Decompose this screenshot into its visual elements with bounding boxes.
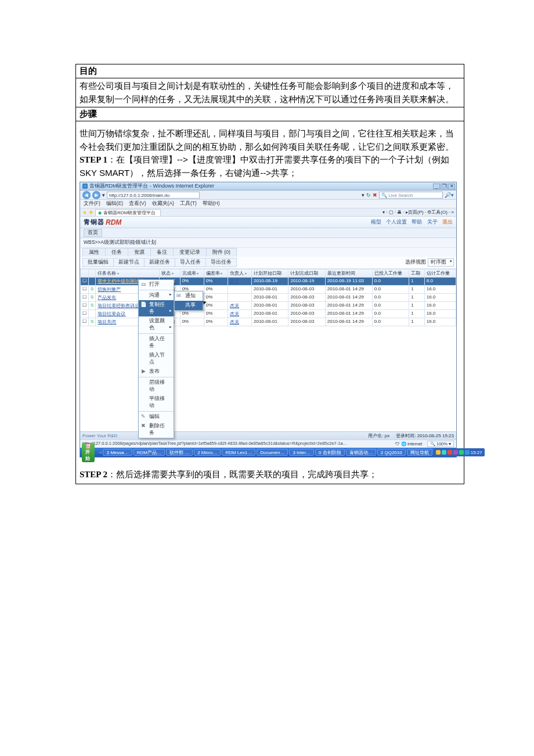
grid-header-cell[interactable]: 计划开始日期: [252, 269, 288, 278]
start-button[interactable]: 🪟 开始: [82, 443, 95, 462]
link-model[interactable]: 模型: [371, 219, 381, 225]
grid-cell[interactable]: [228, 286, 251, 294]
grid-cell[interactable]: 杰克: [228, 318, 251, 326]
inner-tab[interactable]: 备注: [150, 248, 174, 257]
grid-cell[interactable]: ☐: [81, 302, 89, 310]
grid-cell[interactable]: 杰克: [228, 302, 251, 310]
ie-menu-item[interactable]: 工具(T): [180, 200, 197, 207]
grid-header-cell[interactable]: 状态: [159, 269, 180, 278]
taskbar-item[interactable]: 网址导航: [407, 449, 432, 456]
grid-header-cell[interactable]: 已投入工作量: [372, 269, 409, 278]
crumb-home[interactable]: 首页: [84, 229, 102, 237]
grid-cell[interactable]: [89, 278, 96, 286]
taskbar-item[interactable]: 青铜器动…: [346, 449, 376, 456]
context-submenu[interactable]: ✉通知共享: [174, 291, 203, 311]
context-menu-item[interactable]: 平级移动: [139, 394, 174, 411]
taskbar-item[interactable]: 2 QQ2010: [377, 449, 406, 456]
context-submenu-item[interactable]: 共享: [175, 301, 203, 310]
grid-cell[interactable]: ☐: [81, 294, 89, 302]
table-row[interactable]: ☐项目结束会议未发布0%0%杰克2010-08-012010-08-032010…: [81, 310, 456, 318]
back-button[interactable]: ◄: [82, 191, 91, 199]
stop-icon[interactable]: ✖: [373, 192, 377, 198]
context-menu-item[interactable]: ✎编辑: [139, 412, 174, 422]
inner-tab[interactable]: 任务: [105, 248, 128, 257]
grid-cell[interactable]: ☐: [81, 318, 89, 326]
context-menu-item[interactable]: 层级移动: [139, 378, 174, 394]
tray-icon[interactable]: [459, 450, 464, 455]
taskbar-item[interactable]: 3 Inter…: [289, 449, 314, 456]
context-menu-item[interactable]: 插入任务: [139, 334, 174, 351]
favorites-star-icon[interactable]: ★: [82, 210, 87, 215]
link-personal[interactable]: 个人设置: [386, 219, 407, 225]
grid-cell[interactable]: S: [89, 294, 96, 302]
tray-icon[interactable]: [453, 450, 458, 455]
ie-menu-item[interactable]: 帮助(H): [203, 200, 220, 207]
table-row[interactable]: ☐S切换到量产未发布0%0%2010-08-012010-08-032010-0…: [81, 286, 456, 294]
link-logout[interactable]: 退出: [442, 219, 453, 225]
grid-header-cell[interactable]: [81, 269, 89, 278]
zoom-level[interactable]: 🔍 100% ▾: [427, 441, 454, 447]
browser-tab[interactable]: ◆ 青铜器RDM研发管理平台: [95, 209, 161, 216]
context-menu-item[interactable]: ▶发布: [139, 367, 174, 376]
toolbar-button[interactable]: 新建任务: [144, 258, 175, 267]
view-dropdown[interactable]: 时序图: [428, 258, 454, 267]
toolbar-button[interactable]: 导入任务: [175, 258, 206, 267]
ie-menu-item[interactable]: 收藏夹(A): [152, 200, 174, 207]
tray-icon[interactable]: [436, 450, 441, 455]
tray-icon[interactable]: [448, 450, 452, 455]
grid-cell[interactable]: [89, 310, 96, 318]
grid-cell[interactable]: S: [89, 286, 96, 294]
inner-tab[interactable]: 变更记录: [173, 248, 207, 257]
toolbar-button[interactable]: 导出任务: [205, 258, 237, 267]
refresh-icon[interactable]: ↻: [366, 192, 371, 198]
grid-cell[interactable]: ☐: [81, 278, 89, 286]
refresh-dd-icon[interactable]: ▾: [362, 192, 365, 198]
add-favorite-icon[interactable]: ✚: [89, 210, 93, 215]
toolbar-button[interactable]: 新建节点: [113, 258, 145, 267]
taskbar-item[interactable]: 3 Messa…: [103, 449, 132, 456]
context-menu-item[interactable]: 插入节点: [139, 351, 174, 367]
taskbar-item[interactable]: 软件部 …: [166, 449, 193, 456]
grid-cell[interactable]: 杰克: [228, 310, 251, 318]
grid-cell[interactable]: 赵无: [228, 278, 251, 286]
tray-icon[interactable]: [465, 450, 470, 455]
inner-tab[interactable]: 附件 (0): [206, 248, 237, 257]
system-tray[interactable]: 15:27: [434, 448, 485, 456]
grid-header-cell[interactable]: 完成率: [180, 269, 204, 278]
ie-page-tools[interactable]: ▾ · ▢ · 🖶 · ▸页面(P) · ⚙工具(O) · »: [383, 209, 454, 215]
ie-menu-item[interactable]: 查看(V): [129, 200, 146, 207]
forward-button[interactable]: ►: [92, 191, 100, 199]
task-grid[interactable]: 任务名称状态完成率偏差率负责人计划开始日期计划完成日期最近更新时间已投入工作量工…: [80, 269, 456, 326]
table-row[interactable]: ☐需求文档中级别测试用例未发布0%0%赵无2010-08-192010-08-1…: [81, 278, 456, 286]
grid-header-cell[interactable]: [89, 269, 96, 278]
inner-tab[interactable]: 资源: [128, 248, 151, 257]
grid-header-cell[interactable]: 工期: [409, 269, 425, 278]
table-row[interactable]: ☐S项目关闭未发布0%0%杰克2010-08-012010-08-032010-…: [81, 318, 456, 326]
context-menu-item[interactable]: 📄复制任务: [139, 300, 174, 316]
min-icon[interactable]: _: [433, 183, 440, 189]
taskbar-item[interactable]: 0 击剑阶段: [315, 449, 345, 456]
grid-header-cell[interactable]: 负责人: [228, 269, 251, 278]
context-menu-item[interactable]: 🗂打开: [139, 280, 174, 289]
search-input[interactable]: 🔍 Live Search: [379, 192, 443, 199]
link-help[interactable]: 帮助: [412, 219, 422, 225]
taskbar-item[interactable]: RDM Lex1…: [222, 449, 255, 456]
tray-icon[interactable]: [442, 450, 446, 455]
context-menu-item[interactable]: 设置颜色: [139, 316, 174, 333]
ie-menu-item[interactable]: 编辑(E): [106, 200, 123, 207]
context-menu-item[interactable]: 沟通: [139, 291, 174, 300]
taskbar-item[interactable]: RDM产品…: [134, 449, 165, 456]
max-icon[interactable]: ❐: [441, 183, 448, 189]
context-submenu-item[interactable]: ✉通知: [175, 291, 203, 301]
grid-header-cell[interactable]: 估计工作量: [424, 269, 456, 278]
table-row[interactable]: ☐S项目结束经验教训总结未发布0%0%杰克2010-08-012010-08-0…: [81, 302, 456, 310]
grid-header-cell[interactable]: 偏差率: [204, 269, 228, 278]
grid-cell[interactable]: ☐: [81, 310, 89, 318]
taskbar-item[interactable]: 2 Micro…: [194, 449, 221, 456]
inner-tab[interactable]: 属性: [82, 248, 106, 257]
toolbar-button[interactable]: 批量编辑: [82, 258, 114, 267]
table-row[interactable]: ☐S产品发布未发布0%0%2010-08-012010-08-032010-08…: [81, 294, 456, 302]
grid-cell[interactable]: S: [89, 302, 96, 310]
taskbar-item[interactable]: Documen…: [257, 449, 288, 456]
grid-header-cell[interactable]: 计划完成日期: [288, 269, 325, 278]
